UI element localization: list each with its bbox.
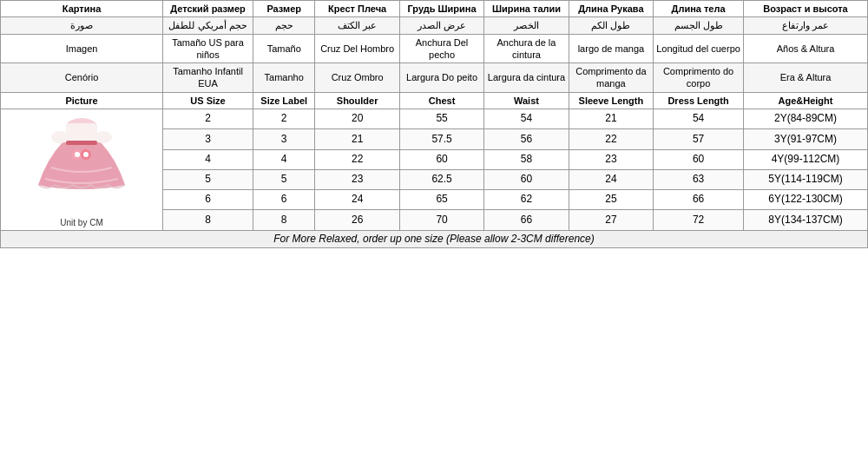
data-waist: 54 [484, 109, 569, 129]
portuguese-sizelabel: Tamanho [253, 63, 314, 93]
spanish-sizelabel: Tamaño [253, 34, 314, 63]
data-shoulder: 26 [315, 210, 399, 230]
data-ussize: 6 [163, 190, 253, 210]
data-ussize: 5 [163, 169, 253, 189]
data-sleeve: 21 [569, 109, 653, 129]
portuguese-chest: Largura Do peito [399, 63, 483, 93]
english-ussize: US Size [163, 92, 253, 109]
data-dresslength: 63 [654, 169, 744, 189]
svg-rect-1 [66, 123, 97, 142]
portuguese-ussize: Tamanho Infantil EUA [163, 63, 253, 93]
spanish-chest: Anchura Del pecho [399, 34, 483, 63]
dress-icon [30, 111, 134, 211]
portuguese-picture: Cenório [1, 63, 163, 93]
data-ageheight: 4Y(99-112CM) [744, 149, 868, 169]
data-waist: 62 [484, 190, 569, 210]
spanish-sleeve: largo de manga [569, 34, 653, 63]
english-chest: Chest [399, 92, 483, 109]
data-ussize: 8 [163, 210, 253, 230]
russian-header-row: Картина Детский размер Размер Крест Плеч… [1, 1, 868, 17]
data-ussize: 4 [163, 149, 253, 169]
data-dresslength: 72 [654, 210, 744, 230]
arabic-waist: الخصر [484, 17, 569, 34]
svg-point-5 [83, 152, 89, 157]
data-ageheight: 6Y(122-130CM) [744, 190, 868, 210]
data-sizelabel: 5 [253, 169, 314, 189]
arabic-sleeve: طول الكم [569, 17, 653, 34]
data-sizelabel: 3 [253, 129, 314, 149]
header-dresslength: Длина тела [654, 1, 744, 17]
header-sleeve: Длина Рукава [569, 1, 653, 17]
portuguese-shoulder: Cruz Ombro [315, 63, 399, 93]
header-ussize: Детский размер [163, 1, 253, 17]
data-sleeve: 24 [569, 169, 653, 189]
portuguese-ageheight: Era & Altura [744, 63, 868, 93]
data-shoulder: 23 [315, 169, 399, 189]
arabic-sizelabel: حجم [253, 17, 314, 34]
arabic-ageheight: عمر وارتفاع [744, 17, 868, 34]
header-ageheight: Возраст и высота [744, 1, 868, 17]
arabic-dresslength: طول الجسم [654, 17, 744, 34]
data-ussize: 3 [163, 129, 253, 149]
data-ageheight: 2Y(84-89CM) [744, 109, 868, 129]
svg-point-6 [51, 131, 69, 143]
data-chest: 55 [399, 109, 483, 129]
data-sleeve: 25 [569, 190, 653, 210]
spanish-dresslength: Longitud del cuerpo [654, 34, 744, 63]
unit-label: Unit by CM [3, 217, 161, 228]
table-row: Unit by CM 2 2 20 55 54 21 54 2Y(84-89CM… [1, 109, 868, 129]
english-picture: Picture [1, 92, 163, 109]
spanish-waist: Anchura de la cintura [484, 34, 569, 63]
svg-point-3 [75, 152, 80, 157]
data-dresslength: 54 [654, 109, 744, 129]
data-dresslength: 66 [654, 190, 744, 210]
data-ageheight: 8Y(134-137CM) [744, 210, 868, 230]
svg-rect-8 [66, 141, 97, 145]
footer-row: For More Relaxed, order up one size (Ple… [1, 230, 868, 248]
data-chest: 60 [399, 149, 483, 169]
spanish-picture: Imagen [1, 34, 163, 63]
data-sleeve: 27 [569, 210, 653, 230]
english-sleeve: Sleeve Length [569, 92, 653, 109]
data-chest: 62.5 [399, 169, 483, 189]
arabic-picture: صورة [1, 17, 163, 34]
header-waist: Ширина талии [484, 1, 569, 17]
data-shoulder: 21 [315, 129, 399, 149]
arabic-shoulder: عبر الكتف [315, 17, 399, 34]
data-shoulder: 20 [315, 109, 399, 129]
english-dresslength: Dress Length [654, 92, 744, 109]
data-ageheight: 3Y(91-97CM) [744, 129, 868, 149]
header-sizelabel: Размер [253, 1, 314, 17]
data-shoulder: 24 [315, 190, 399, 210]
header-shoulder: Крест Плеча [315, 1, 399, 17]
english-shoulder: Shoulder [315, 92, 399, 109]
data-waist: 60 [484, 169, 569, 189]
spanish-header-row: Imagen Tamaño US para niños Tamaño Cruz … [1, 34, 868, 63]
english-waist: Waist [484, 92, 569, 109]
arabic-ussize: حجم أمريكي للطفل [163, 17, 253, 34]
header-picture: Картина [1, 1, 163, 17]
data-chest: 70 [399, 210, 483, 230]
svg-point-7 [95, 131, 112, 143]
english-sizelabel: Size Label [253, 92, 314, 109]
data-ageheight: 5Y(114-119CM) [744, 169, 868, 189]
arabic-chest: عرض الصدر [399, 17, 483, 34]
data-sizelabel: 2 [253, 109, 314, 129]
portuguese-dresslength: Comprimento do corpo [654, 63, 744, 93]
data-dresslength: 60 [654, 149, 744, 169]
data-sizelabel: 4 [253, 149, 314, 169]
dress-image-cell: Unit by CM [1, 109, 163, 231]
data-shoulder: 22 [315, 149, 399, 169]
data-dresslength: 57 [654, 129, 744, 149]
data-sizelabel: 8 [253, 210, 314, 230]
data-waist: 66 [484, 210, 569, 230]
data-sizelabel: 6 [253, 190, 314, 210]
portuguese-sleeve: Comprimento da manga [569, 63, 653, 93]
header-chest: Грудь Ширина [399, 1, 483, 17]
data-waist: 56 [484, 129, 569, 149]
portuguese-waist: Largura da cintura [484, 63, 569, 93]
english-ageheight: Age&Height [744, 92, 868, 109]
data-waist: 58 [484, 149, 569, 169]
data-chest: 65 [399, 190, 483, 210]
portuguese-header-row: Cenório Tamanho Infantil EUA Tamanho Cru… [1, 63, 868, 93]
